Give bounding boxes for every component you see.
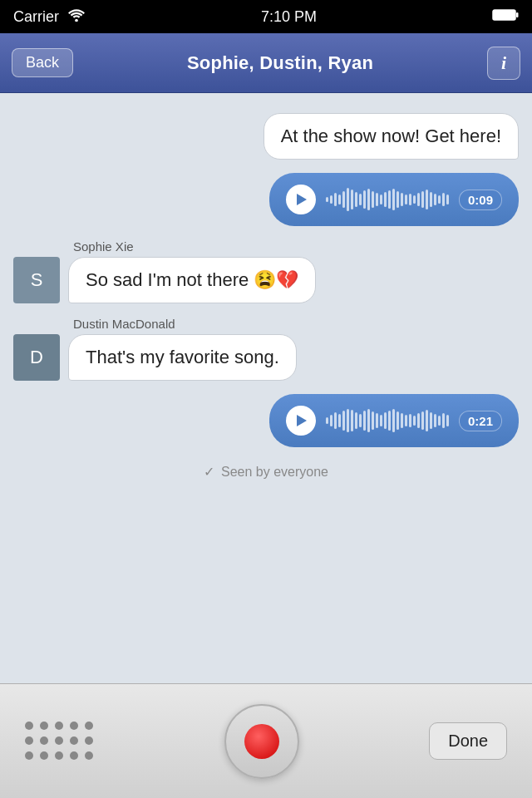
done-button[interactable]: Done	[429, 722, 507, 760]
dots-grid	[25, 722, 95, 761]
dot	[40, 722, 48, 730]
outgoing-text-bubble: At the show now! Get here!	[264, 113, 519, 160]
dot	[40, 736, 48, 745]
avatar-initial: D	[13, 334, 60, 381]
back-button[interactable]: Back	[12, 48, 73, 77]
dot	[40, 751, 48, 760]
message-row-outgoing-audio: 0:21	[13, 394, 519, 447]
play-button[interactable]	[286, 185, 316, 214]
dot	[55, 751, 63, 760]
message-row-outgoing-audio: 0:09	[13, 173, 519, 226]
seen-row: ✓Seen by everyone	[13, 464, 519, 480]
dot	[25, 751, 33, 760]
dot	[25, 722, 33, 730]
time-label: 7:10 PM	[261, 8, 317, 26]
incoming-text-bubble: That's my favorite song.	[68, 334, 297, 381]
incoming-text-bubble: So sad I'm not there 😫💔	[68, 257, 316, 303]
svg-rect-2	[516, 12, 519, 17]
carrier-label: Carrier	[13, 8, 59, 26]
message-row-incoming: Dustin MacDonaldDThat's my favorite song…	[13, 317, 519, 381]
bottom-bar: Done	[0, 683, 532, 798]
dot	[70, 722, 78, 730]
record-button[interactable]	[224, 704, 299, 779]
chat-area: At the show now! Get here!0:09Sophie Xie…	[0, 93, 532, 683]
audio-bubble-outgoing: 0:21	[269, 394, 519, 447]
dot	[70, 736, 78, 745]
message-row-outgoing: At the show now! Get here!	[13, 113, 519, 160]
battery-icon	[492, 8, 519, 26]
incoming-body: SSo sad I'm not there 😫💔	[13, 257, 316, 303]
avatar-initial: S	[13, 257, 60, 303]
dot	[85, 722, 93, 730]
info-icon: i	[501, 52, 506, 74]
info-button[interactable]: i	[487, 47, 520, 80]
status-bar: Carrier 7:10 PM	[0, 0, 532, 33]
dot	[55, 722, 63, 730]
message-row-incoming: Sophie XieSSo sad I'm not there 😫💔	[13, 239, 519, 303]
avatar: D	[13, 334, 60, 381]
nav-bar: Back Sophie, Dustin, Ryan i	[0, 33, 532, 93]
svg-rect-1	[493, 10, 515, 20]
status-left: Carrier	[13, 8, 86, 26]
dot	[70, 751, 78, 760]
duration-badge: 0:09	[459, 190, 502, 210]
dot	[55, 736, 63, 745]
sender-name: Sophie Xie	[73, 239, 134, 254]
dot	[25, 736, 33, 745]
checkmark-icon: ✓	[204, 464, 214, 480]
play-button[interactable]	[286, 406, 316, 436]
incoming-body: DThat's my favorite song.	[13, 334, 297, 381]
avatar: S	[13, 257, 60, 303]
record-dot	[244, 724, 279, 759]
audio-bubble-outgoing: 0:09	[269, 173, 519, 226]
nav-title: Sophie, Dustin, Ryan	[187, 52, 373, 74]
svg-point-0	[75, 18, 78, 21]
dot	[85, 751, 93, 760]
duration-badge: 0:21	[459, 411, 502, 431]
sender-name: Dustin MacDonald	[73, 317, 175, 331]
seen-text: Seen by everyone	[221, 465, 328, 480]
dot	[85, 736, 93, 745]
wifi-icon	[67, 8, 86, 26]
